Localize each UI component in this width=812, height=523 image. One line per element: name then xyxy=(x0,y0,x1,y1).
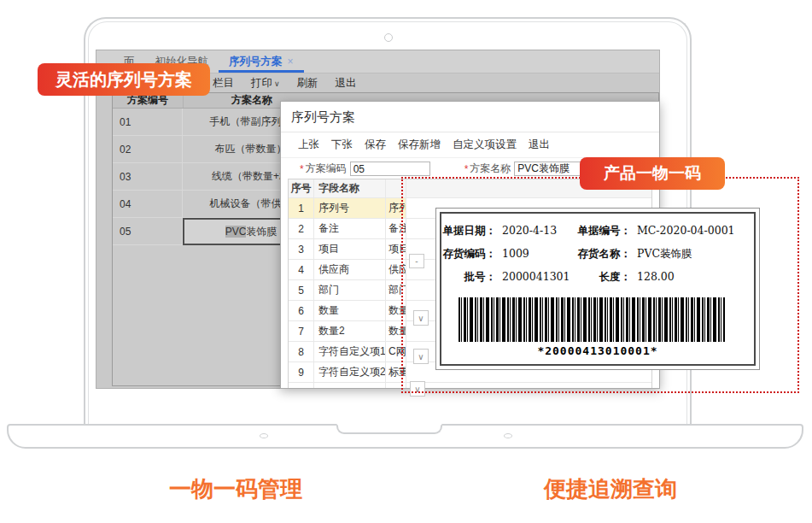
seq-cell: 7 xyxy=(289,321,314,341)
label-field-key: 长度： xyxy=(571,270,631,285)
caption-one-code-management: 一物一码管理 xyxy=(169,474,302,504)
main-toolbar-item[interactable]: 刷新 xyxy=(297,76,318,91)
label-field-key: 单据日期： xyxy=(441,224,496,238)
field-name-cell: 备注 xyxy=(314,219,386,238)
label-field-value: 1009 xyxy=(496,247,571,262)
header-seq: 序号 xyxy=(289,179,314,197)
label-field-value: 2020-4-13 xyxy=(496,224,571,238)
field-name-cell: 字符自定义项2 xyxy=(314,362,386,382)
barcode-label-card: 单据日期：2020-4-13单据编号：MC-2020-04-0001存货编码：1… xyxy=(435,208,760,370)
scheme-code-cell: 01 xyxy=(113,109,183,136)
seq-cell: 5 xyxy=(289,280,314,300)
scheme-code-cell: 02 xyxy=(113,136,183,163)
seq-cell: 10 xyxy=(289,383,314,388)
barcode-text: *20000413010001* xyxy=(441,344,754,357)
main-toolbar-item[interactable]: 打印∨ xyxy=(251,76,280,91)
scheme-code-label: 方案编码 xyxy=(306,162,347,176)
required-asterisk: * xyxy=(300,163,304,175)
caption-trace-query: 便捷追溯查询 xyxy=(544,474,677,504)
field-name-cell: 部门 xyxy=(314,280,386,300)
selected-text: PVC xyxy=(225,226,247,238)
scheme-name-input[interactable] xyxy=(514,162,589,176)
seq-cell: 8 xyxy=(289,342,314,361)
field-name-cell: 数量 xyxy=(314,301,386,320)
field-name-cell: 项目 xyxy=(314,239,386,259)
barcode-label-inner-border: 单据日期：2020-4-13单据编号：MC-2020-04-0001存货编码：1… xyxy=(440,212,756,366)
main-toolbar-item[interactable]: 退出 xyxy=(336,76,357,91)
base-foot-left xyxy=(260,433,268,438)
header-field-name: 字段名称 xyxy=(314,179,386,197)
label-field-key: 存货名称： xyxy=(571,247,631,262)
label-field-key: 存货编码： xyxy=(441,247,496,262)
required-asterisk: * xyxy=(464,163,469,175)
tab-close-icon[interactable]: × xyxy=(288,56,294,68)
seq-cell: 2 xyxy=(289,219,314,238)
field-name-cell: 字符自定义项1 xyxy=(314,342,386,361)
seq-cell: 3 xyxy=(289,239,314,259)
label-field-key: 单据编号： xyxy=(571,224,631,238)
label-fields-grid: 单据日期：2020-4-13单据编号：MC-2020-04-0001存货编码：1… xyxy=(441,214,754,285)
base-foot-right xyxy=(504,433,512,438)
label-field-value: MC-2020-04-0001 xyxy=(631,224,754,238)
seq-cell: 1 xyxy=(289,198,314,218)
scheme-name-label: 方案名称 xyxy=(470,162,511,176)
field-name-cell: 数量2 xyxy=(314,321,386,341)
label-field-key: 批号： xyxy=(441,270,496,285)
field-name-cell: 供应商 xyxy=(314,260,386,279)
dialog-toolbar-item[interactable]: 保存 xyxy=(365,138,386,152)
tab-label: 序列号方案 xyxy=(229,55,283,69)
tab-active[interactable]: 序列号方案× xyxy=(219,50,304,73)
main-toolbar-item[interactable]: 栏目 xyxy=(213,76,234,91)
dialog-toolbar-item[interactable]: 自定义项设置 xyxy=(453,138,517,152)
dialog-toolbar-item[interactable]: 保存新增 xyxy=(398,138,441,152)
seq-cell: 9 xyxy=(289,362,314,382)
webcam-dot xyxy=(384,33,393,42)
dialog-toolbar-item[interactable]: 下张 xyxy=(331,138,353,152)
field-name-cell: 序列号 xyxy=(314,198,386,218)
field-name-cell xyxy=(314,383,386,388)
label-field-value: 128.00 xyxy=(631,270,754,285)
seq-cell: 4 xyxy=(289,260,314,279)
label-field-value: 2000041301 xyxy=(496,270,571,285)
dialog-toolbar-item[interactable]: 上张 xyxy=(298,138,319,152)
dialog-toolbar-item[interactable]: 退出 xyxy=(529,138,550,152)
label-field-value: PVC装饰膜 xyxy=(631,247,754,262)
badge-one-item-one-code: 产品一物一码 xyxy=(580,157,725,190)
scheme-code-input[interactable] xyxy=(350,162,430,176)
scheme-code-cell: 03 xyxy=(113,163,183,191)
marketing-screenshot: 面初始化导航序列号方案× 栏目打印∨刷新退出 方案编号 方案名称 01手机（带副… xyxy=(0,0,812,523)
badge-flexible-scheme: 灵活的序列号方案 xyxy=(38,63,210,96)
dialog-toolbar: 上张下张保存保存新增自定义项设置退出 xyxy=(281,132,659,158)
scheme-code-cell: 04 xyxy=(113,191,183,218)
scheme-code-cell: 05 xyxy=(113,218,183,245)
dropdown-caret-icon: ∨ xyxy=(274,79,280,88)
seq-cell: 6 xyxy=(289,301,314,320)
barcode-image xyxy=(459,297,725,342)
laptop-hinge-notch xyxy=(336,424,442,434)
dialog-title: 序列号方案 xyxy=(281,102,659,132)
